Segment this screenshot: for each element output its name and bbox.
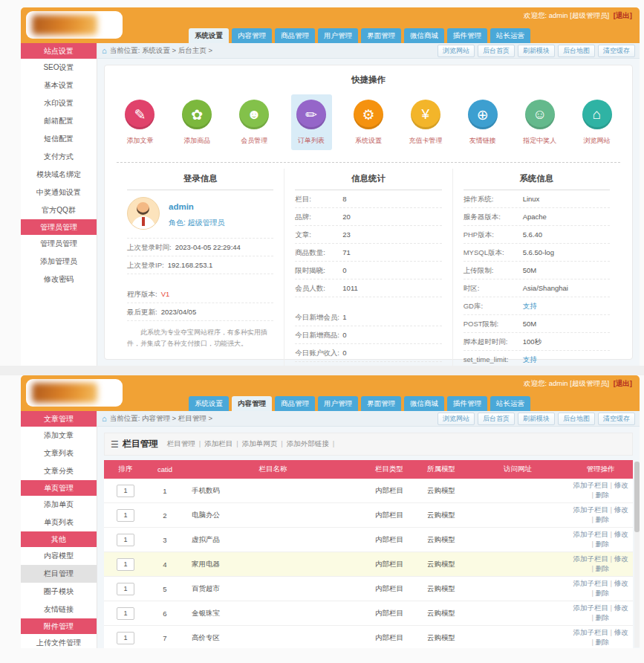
order-input[interactable] bbox=[117, 583, 134, 595]
tab-2[interactable]: 商品管理 bbox=[275, 396, 315, 411]
sidebar-item[interactable]: 中奖通知设置 bbox=[21, 184, 97, 201]
sidebar-item[interactable]: 模块域名绑定 bbox=[21, 166, 97, 184]
sidebar-section-header[interactable]: 附件管理 bbox=[21, 618, 97, 634]
tab-6[interactable]: 插件管理 bbox=[447, 396, 487, 411]
toolbar-button[interactable]: 刷新模块 bbox=[518, 45, 555, 57]
sidebar-item[interactable]: 添加管理员 bbox=[21, 253, 97, 271]
quick-action-system-settings[interactable]: ⚙系统设置 bbox=[348, 94, 389, 150]
logout-link[interactable]: [退出] bbox=[614, 379, 632, 387]
toolbar-button[interactable]: 浏览网站 bbox=[438, 45, 475, 57]
sidebar-section-header[interactable]: 管理员管理 bbox=[21, 219, 97, 235]
action-link-1[interactable]: 修改 bbox=[614, 530, 628, 538]
sidebar-item[interactable]: 水印设置 bbox=[21, 94, 97, 112]
sidebar-item[interactable]: 官方QQ群 bbox=[21, 201, 97, 219]
toolbar-button[interactable]: 刷新模块 bbox=[518, 413, 555, 425]
sidebar-item[interactable]: 文章分类 bbox=[21, 462, 97, 480]
tab-7[interactable]: 站长运营 bbox=[490, 396, 530, 411]
sidebar-item[interactable]: 邮箱配置 bbox=[21, 112, 97, 130]
action-link-2[interactable]: 删除 bbox=[596, 638, 610, 646]
sidebar-item[interactable]: 友情链接 bbox=[21, 601, 97, 618]
action-link-2[interactable]: 删除 bbox=[596, 540, 610, 548]
sidebar-section-header[interactable]: 单页管理 bbox=[21, 480, 97, 496]
quick-action-recharge-card[interactable]: ¥充值卡管理 bbox=[405, 94, 446, 150]
action-link-2[interactable]: 删除 bbox=[596, 613, 610, 621]
action-link-0[interactable]: 添加子栏目 bbox=[573, 628, 608, 636]
sidebar-item[interactable]: 基本设置 bbox=[21, 77, 97, 94]
home-icon[interactable]: ⌂ bbox=[102, 46, 107, 55]
toolbar-button[interactable]: 浏览网站 bbox=[438, 413, 475, 425]
sidebar-section-header[interactable]: 文章管理 bbox=[21, 411, 97, 427]
toolbar-button[interactable]: 后台地图 bbox=[558, 413, 595, 425]
tab-6[interactable]: 插件管理 bbox=[447, 28, 487, 43]
quick-action-visit-site[interactable]: ⌂浏览网站 bbox=[576, 94, 617, 150]
section-link[interactable]: 添加单网页 bbox=[242, 439, 278, 447]
action-link-1[interactable]: 修改 bbox=[614, 579, 628, 587]
tab-4[interactable]: 界面管理 bbox=[361, 28, 401, 43]
logout-link[interactable]: [退出] bbox=[614, 11, 632, 19]
action-link-2[interactable]: 删除 bbox=[596, 589, 610, 597]
quick-action-assign-winner[interactable]: ☺指定中奖人 bbox=[519, 94, 560, 150]
tab-4[interactable]: 界面管理 bbox=[361, 396, 401, 411]
order-input[interactable] bbox=[117, 509, 134, 522]
section-link[interactable]: 栏目管理 bbox=[167, 439, 195, 447]
order-input[interactable] bbox=[117, 485, 134, 497]
sidebar-item[interactable]: 上传文件管理 bbox=[21, 634, 97, 652]
quick-action-order-list[interactable]: ✏订单列表 bbox=[291, 94, 332, 150]
section-link[interactable]: 添加栏目 bbox=[204, 439, 232, 447]
action-link-0[interactable]: 添加子栏目 bbox=[573, 530, 608, 538]
action-link-0[interactable]: 添加子栏目 bbox=[573, 505, 608, 514]
sidebar-item[interactable]: 管理员管理 bbox=[21, 235, 97, 253]
tab-3[interactable]: 用户管理 bbox=[318, 396, 358, 411]
action-link-2[interactable]: 删除 bbox=[596, 515, 610, 523]
sidebar-item[interactable]: 短信配置 bbox=[21, 130, 97, 148]
tab-5[interactable]: 微信商城 bbox=[404, 396, 444, 411]
sidebar-item[interactable]: 内容模型 bbox=[21, 547, 97, 565]
order-input[interactable] bbox=[117, 632, 134, 644]
toolbar-button[interactable]: 后台地图 bbox=[558, 45, 595, 57]
tab-7[interactable]: 站长运营 bbox=[490, 28, 530, 43]
admin-username-link[interactable]: admin bbox=[169, 202, 194, 211]
tab-0[interactable]: 系统设置 bbox=[189, 396, 229, 411]
tab-1[interactable]: 内容管理 bbox=[232, 28, 272, 43]
toolbar-button[interactable]: 后台首页 bbox=[478, 413, 515, 425]
sidebar-item[interactable]: SEO设置 bbox=[21, 59, 97, 77]
scrollbar-thumb[interactable] bbox=[634, 462, 640, 532]
sidebar-item[interactable]: 修改密码 bbox=[21, 271, 97, 288]
order-input[interactable] bbox=[117, 534, 134, 546]
tab-3[interactable]: 用户管理 bbox=[318, 28, 358, 43]
site-logo[interactable] bbox=[26, 11, 123, 39]
action-link-0[interactable]: 添加子栏目 bbox=[573, 481, 608, 489]
site-logo[interactable] bbox=[26, 379, 123, 407]
action-link-0[interactable]: 添加子栏目 bbox=[573, 554, 608, 563]
toolbar-button[interactable]: 清空缓存 bbox=[598, 45, 635, 57]
action-link-1[interactable]: 修改 bbox=[614, 628, 628, 636]
sidebar-item[interactable]: 栏目管理 bbox=[21, 565, 97, 583]
sidebar-item[interactable]: 圈子模块 bbox=[21, 583, 97, 601]
sidebar-section-header[interactable]: 其他 bbox=[21, 531, 97, 547]
sidebar-section-header[interactable]: 站点设置 bbox=[21, 43, 97, 59]
action-link-0[interactable]: 添加子栏目 bbox=[573, 604, 608, 612]
sidebar-item[interactable]: 文章列表 bbox=[21, 444, 97, 462]
tab-0[interactable]: 系统设置 bbox=[189, 28, 229, 43]
tab-2[interactable]: 商品管理 bbox=[275, 28, 315, 43]
sidebar-item[interactable]: 支付方式 bbox=[21, 148, 97, 166]
quick-action-add-goods[interactable]: ✿添加商品 bbox=[177, 94, 218, 150]
action-link-1[interactable]: 修改 bbox=[614, 604, 628, 612]
quick-action-member-manage[interactable]: ☻会员管理 bbox=[234, 94, 275, 150]
order-input[interactable] bbox=[117, 558, 134, 571]
quick-action-friend-links[interactable]: ⊕友情链接 bbox=[462, 94, 503, 150]
quick-action-add-article[interactable]: ✎添加文章 bbox=[120, 94, 160, 150]
tab-5[interactable]: 微信商城 bbox=[404, 28, 444, 43]
action-link-1[interactable]: 修改 bbox=[614, 481, 628, 489]
home-icon[interactable]: ⌂ bbox=[102, 414, 107, 423]
action-link-2[interactable]: 删除 bbox=[596, 564, 610, 572]
sidebar-item[interactable]: 添加文章 bbox=[21, 427, 97, 444]
toolbar-button[interactable]: 后台首页 bbox=[478, 45, 515, 57]
toolbar-button[interactable]: 清空缓存 bbox=[598, 413, 635, 425]
scrollbar[interactable] bbox=[634, 462, 640, 647]
action-link-2[interactable]: 删除 bbox=[596, 491, 610, 499]
action-link-0[interactable]: 添加子栏目 bbox=[573, 579, 608, 587]
tab-1[interactable]: 内容管理 bbox=[232, 396, 272, 411]
action-link-1[interactable]: 修改 bbox=[614, 554, 628, 563]
sidebar-item[interactable]: 单页列表 bbox=[21, 514, 97, 531]
